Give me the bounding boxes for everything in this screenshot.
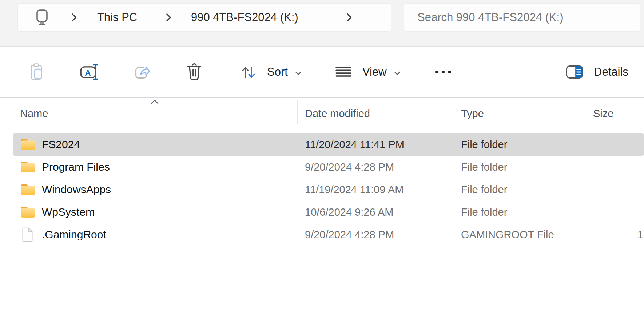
sort-asc-chevron-icon (150, 99, 159, 104)
breadcrumb-chevron-icon (71, 13, 77, 22)
column-header-date-modified[interactable]: Date modified (305, 108, 370, 120)
table-row[interactable]: Program Files 9/20/2024 4:28 PM File fol… (13, 156, 644, 178)
column-header-type[interactable]: Type (461, 108, 484, 120)
paste-icon (29, 63, 46, 81)
column-header-name[interactable]: Name (20, 108, 48, 120)
search-input[interactable] (417, 4, 636, 31)
file-date: 9/20/2024 4:28 PM (305, 161, 394, 173)
svg-text:A: A (85, 68, 91, 77)
column-header-size[interactable]: Size (593, 108, 613, 120)
file-size: 1 (637, 229, 643, 241)
folder-icon (20, 160, 36, 174)
details-pane-icon (565, 64, 584, 80)
breadcrumb-item-this-pc[interactable]: This PC (97, 4, 137, 31)
view-button-label: View (362, 65, 387, 79)
monitor-icon (32, 9, 51, 26)
more-button[interactable] (432, 60, 455, 84)
breadcrumb-chevron-icon (346, 13, 352, 22)
file-type: File folder (461, 161, 507, 173)
file-type: GAMINGROOT File (461, 229, 554, 241)
delete-button[interactable] (183, 60, 206, 84)
view-list-icon (335, 64, 352, 80)
file-type: File folder (461, 184, 507, 196)
folder-icon (20, 206, 36, 219)
file-name: WindowsApps (42, 183, 111, 196)
file-date: 11/20/2024 11:41 PM (305, 139, 404, 151)
paste-button[interactable] (26, 60, 49, 84)
rename-icon: A (80, 63, 98, 81)
more-icon (433, 69, 453, 75)
table-row[interactable]: .GamingRoot 9/20/2024 4:28 PM GAMINGROOT… (13, 223, 644, 246)
table-row[interactable]: WindowsApps 11/19/2024 11:09 AM File fol… (13, 178, 644, 201)
breadcrumb-root-button[interactable] (32, 9, 51, 26)
toolbar-divider (221, 53, 221, 91)
delete-icon (186, 63, 203, 81)
column-resize-handle[interactable] (585, 100, 585, 124)
table-row[interactable]: FS2024 11/20/2024 11:41 PM File folder (13, 133, 644, 156)
file-type: File folder (461, 139, 507, 151)
table-row[interactable]: WpSystem 10/6/2024 9:26 AM File folder (13, 201, 644, 223)
file-date: 10/6/2024 9:26 AM (305, 206, 393, 218)
navigation-bar: This PC 990 4TB-FS2024 (K:) (0, 0, 644, 47)
command-bar: A (0, 47, 644, 98)
file-name: .GamingRoot (42, 228, 106, 241)
file-date: 9/20/2024 4:28 PM (305, 229, 394, 241)
column-resize-handle[interactable] (454, 100, 454, 124)
sort-arrows-icon (240, 64, 257, 80)
sort-button[interactable]: Sort (235, 60, 307, 84)
share-icon (133, 63, 151, 81)
share-button[interactable] (130, 60, 154, 84)
file-type: File folder (461, 206, 507, 218)
search-box (404, 3, 640, 32)
breadcrumb-chevron-icon (166, 13, 172, 22)
details-button[interactable]: Details (560, 60, 633, 84)
details-button-label: Details (594, 65, 628, 79)
file-name: Program Files (42, 161, 110, 173)
file-explorer-window: This PC 990 4TB-FS2024 (K:) (0, 0, 644, 322)
folder-icon (20, 138, 36, 151)
file-name: FS2024 (42, 138, 80, 151)
chevron-down-icon (295, 71, 302, 75)
file-icon (20, 227, 34, 243)
column-resize-handle[interactable] (297, 100, 298, 124)
folder-icon (20, 183, 36, 196)
rename-button[interactable]: A (77, 60, 101, 84)
breadcrumb-item-drive[interactable]: 990 4TB-FS2024 (K:) (191, 4, 298, 31)
view-button[interactable]: View (330, 60, 406, 84)
file-date: 11/19/2024 11:09 AM (305, 184, 404, 196)
address-bar[interactable]: This PC 990 4TB-FS2024 (K:) (17, 3, 391, 32)
column-header-row: Name Date modified Type Size (0, 98, 644, 126)
sort-button-label: Sort (267, 65, 288, 79)
file-name: WpSystem (42, 206, 95, 218)
chevron-down-icon (394, 71, 401, 75)
